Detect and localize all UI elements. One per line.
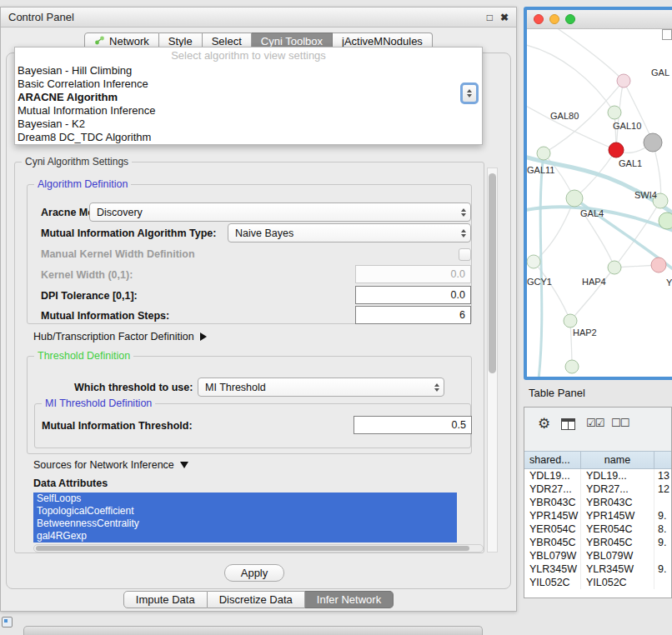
settings-vertical-scrollbar[interactable] — [487, 168, 498, 552]
table-cell[interactable]: YIL052C — [581, 576, 654, 589]
network-node[interactable] — [527, 255, 540, 268]
table-cell[interactable]: YDR27... — [524, 482, 581, 496]
network-node[interactable] — [644, 133, 662, 152]
table-cell[interactable] — [654, 549, 672, 562]
table-cell[interactable]: YDL19... — [581, 469, 654, 482]
attribute-item[interactable]: BetweennessCentrality — [33, 518, 457, 530]
network-canvas[interactable]: GALGAL80GAL10GAL11GAL1SWI4GAL4GCY1HAP4HA… — [527, 29, 672, 377]
network-node[interactable] — [609, 142, 624, 158]
dpi-tolerance-input[interactable]: 0.0 — [355, 286, 471, 304]
table-cell[interactable]: YER054C — [581, 522, 654, 536]
dropdown-item[interactable]: Bayesian - Hill Climbing — [15, 64, 482, 78]
table-cell[interactable]: YBL079W — [581, 549, 654, 562]
tab-discretize-data[interactable]: Discretize Data — [208, 591, 305, 608]
updown-arrows-icon — [461, 229, 466, 238]
table-row[interactable]: YBR043CYBR043C — [524, 496, 672, 509]
network-node[interactable] — [651, 258, 666, 272]
mi-threshold-input[interactable]: 0.5 — [354, 416, 472, 434]
deselect-all-icon[interactable]: ☐☐ — [611, 417, 629, 429]
kernel-width-input[interactable]: 0.0 — [355, 265, 471, 283]
gear-icon[interactable]: ⚙ — [538, 415, 550, 432]
manual-kernel-width-checkbox[interactable] — [459, 248, 471, 261]
attribute-item[interactable]: gal4RGexp — [33, 530, 457, 542]
table-cell[interactable]: YPR145W — [581, 509, 654, 522]
minimize-icon[interactable] — [549, 14, 559, 24]
dropdown-item[interactable]: Basic Correlation Inference — [15, 78, 482, 91]
network-node[interactable] — [564, 314, 577, 328]
table-row[interactable]: YIL052CYIL052C — [524, 576, 672, 589]
dropdown-item[interactable]: Bayesian - K2 — [15, 118, 482, 131]
column-header-name[interactable]: name — [581, 451, 654, 469]
table-cell[interactable]: YLR345W — [524, 562, 581, 576]
hub-definition-toggle[interactable]: Hub/Transcription Factor Definition — [33, 331, 207, 342]
table-row[interactable]: YLR345WYLR345W9. — [524, 562, 672, 576]
network-node-label: GAL10 — [613, 121, 641, 131]
table-cell[interactable] — [654, 576, 672, 589]
table-cell[interactable]: YIL052C — [524, 576, 581, 589]
table-cell[interactable]: YBR043C — [524, 496, 581, 509]
table-cell[interactable]: 9. — [654, 536, 672, 549]
collapsed-panel-bar[interactable] — [23, 626, 483, 635]
table-cell[interactable]: YDR27... — [581, 482, 654, 496]
kernel-width-label: Kernel Width (0,1): — [41, 269, 133, 281]
table-cell[interactable]: 13 — [654, 469, 672, 482]
table-body: YDL19...YDL19...13YDR27...YDR27...12YBR0… — [524, 469, 672, 598]
table-cell[interactable]: YBR045C — [581, 536, 654, 549]
which-threshold-select[interactable]: MI Threshold — [198, 378, 444, 397]
attributes-horizontal-scrollbar[interactable] — [33, 544, 484, 552]
network-node[interactable] — [608, 261, 621, 274]
table-cell[interactable] — [654, 496, 672, 509]
mi-steps-label: Mutual Information Steps: — [41, 310, 169, 322]
network-node[interactable] — [659, 212, 672, 229]
network-node-label: GAL11 — [527, 165, 554, 175]
attribute-item[interactable]: TopologicalCoefficient — [33, 505, 457, 518]
dropdown-item[interactable]: Dream8 DC_TDC Algorithm — [15, 131, 482, 144]
table-cell[interactable]: 9. — [654, 509, 672, 522]
float-window-icon[interactable]: □ — [487, 12, 493, 23]
close-window-icon[interactable]: ✖ — [500, 12, 509, 23]
collapsed-arrow-icon — [200, 332, 207, 341]
table-cell[interactable]: YBL079W — [524, 549, 581, 562]
aracne-mode-select[interactable]: Discovery — [89, 202, 471, 222]
tab-impute-data[interactable]: Impute Data — [123, 591, 208, 608]
scrollbar-thumb[interactable] — [489, 173, 496, 373]
algorithm-combo-arrow-button[interactable] — [460, 82, 479, 104]
table-cell[interactable]: YDL19... — [524, 469, 581, 482]
zoom-icon[interactable] — [565, 14, 575, 24]
mi-steps-input[interactable]: 6 — [355, 306, 471, 324]
select-all-icon[interactable]: ☑☑ — [586, 417, 604, 429]
apply-button[interactable]: Apply — [224, 564, 284, 582]
network-node[interactable] — [566, 190, 583, 207]
network-node[interactable] — [608, 106, 621, 119]
columns-icon[interactable] — [561, 418, 575, 433]
tab-infer-network[interactable]: Infer Network — [305, 591, 394, 608]
table-cell[interactable]: 9. — [654, 562, 672, 576]
table-row[interactable]: YER054CYER054C8. — [524, 522, 672, 536]
column-header-shared-name[interactable]: shared... — [524, 451, 581, 469]
table-row[interactable]: YBL079WYBL079W — [524, 549, 672, 562]
table-row[interactable]: YDR27...YDR27...12 — [524, 482, 672, 496]
table-cell[interactable]: 8. — [654, 522, 672, 536]
column-header-extra[interactable] — [654, 451, 672, 469]
table-cell[interactable]: YLR345W — [581, 562, 654, 576]
dropdown-item-selected[interactable]: ARACNE Algorithm — [15, 91, 482, 104]
sources-toggle[interactable]: Sources for Network Inference — [33, 459, 188, 471]
table-row[interactable]: YBR045CYBR045C9. — [524, 536, 672, 549]
table-row[interactable]: YDL19...YDL19...13 — [524, 469, 672, 482]
dropdown-item[interactable]: Mutual Information Inference — [15, 104, 482, 118]
network-node[interactable] — [565, 360, 579, 373]
mi-algorithm-type-select[interactable]: Naive Bayes — [228, 223, 471, 242]
restore-panel-icon[interactable] — [2, 617, 13, 628]
table-cell[interactable]: YBR043C — [581, 496, 654, 509]
canvas-corner-box[interactable] — [662, 29, 672, 40]
table-cell[interactable]: YBR045C — [524, 536, 581, 549]
scrollbar-thumb[interactable] — [36, 546, 469, 551]
table-cell[interactable]: YER054C — [524, 522, 581, 536]
network-node[interactable] — [617, 74, 630, 88]
table-row[interactable]: YPR145WYPR145W9. — [524, 509, 672, 522]
table-cell[interactable]: 12 — [654, 482, 672, 496]
network-node[interactable] — [537, 147, 550, 160]
attribute-item[interactable]: SelfLoops — [33, 492, 457, 505]
close-icon[interactable] — [534, 14, 544, 24]
table-cell[interactable]: YPR145W — [524, 509, 581, 522]
